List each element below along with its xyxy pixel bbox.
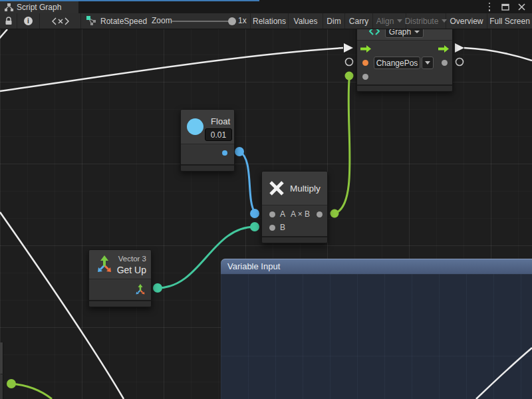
code-view-button[interactable] xyxy=(40,13,81,29)
carry-label: Carry xyxy=(349,17,368,26)
group-title: Variable Input xyxy=(227,261,280,271)
set-variable-footer xyxy=(357,84,452,91)
full-screen-label: Full Screen xyxy=(489,17,530,26)
node-set-variable[interactable]: Graph ChangePos xyxy=(356,21,453,92)
vector3-footer xyxy=(89,300,151,307)
full-screen-button[interactable]: Full Screen xyxy=(487,13,532,29)
lock-button[interactable] xyxy=(0,13,17,29)
multiply-footer xyxy=(262,236,327,243)
multiply-header: Multiply xyxy=(262,172,327,205)
window-menu-button[interactable] xyxy=(484,2,495,11)
dim-label: Dim xyxy=(327,17,340,26)
overview-label: Overview xyxy=(450,17,483,26)
multiply-title: Multiply xyxy=(290,184,321,194)
node-offscreen-left-footer[interactable] xyxy=(0,374,3,399)
port-float-out[interactable] xyxy=(222,150,227,156)
lock-icon xyxy=(5,17,13,25)
graph-breadcrumb[interactable]: RotateSpeed xyxy=(81,13,148,29)
port-variable-name[interactable] xyxy=(362,60,368,66)
node-offscreen-left[interactable] xyxy=(0,342,3,374)
control-out-arrow-icon[interactable] xyxy=(438,45,449,53)
chevron-down-icon xyxy=(425,61,430,65)
values-button[interactable]: Values xyxy=(289,13,323,29)
chevron-down-icon xyxy=(397,19,402,23)
group-header[interactable]: Variable Input xyxy=(221,259,532,274)
chevron-down-icon xyxy=(414,31,420,33)
group-body xyxy=(221,274,532,399)
multiply-a-label: A xyxy=(280,209,285,219)
align-label: Align xyxy=(376,17,394,26)
info-icon: i xyxy=(24,17,33,25)
node-vector3-get-up[interactable]: Vector 3 Get Up xyxy=(88,249,152,307)
distribute-label: Distribute xyxy=(405,17,439,26)
multiply-b-label: B xyxy=(280,223,285,232)
graph-toolbar: i RotateSpeed Zoom 1x Relations xyxy=(0,13,532,29)
port-vector3-out-icon[interactable] xyxy=(135,283,146,295)
zoom-slider-handle[interactable] xyxy=(228,17,236,25)
tab-script-graph[interactable]: Script Graph xyxy=(0,1,78,13)
carry-button[interactable]: Carry xyxy=(345,13,373,29)
zoom-value: 1x xyxy=(238,16,247,25)
port-setvar-output[interactable] xyxy=(442,60,448,66)
values-label: Values xyxy=(294,17,318,26)
port-setvar-value[interactable] xyxy=(362,74,368,80)
float-value: 0.01 xyxy=(211,130,226,140)
control-in-arrow-icon[interactable] xyxy=(360,45,371,53)
float-value-input[interactable]: 0.01 xyxy=(205,128,232,141)
relations-button[interactable]: Relations xyxy=(250,13,289,29)
info-button[interactable]: i xyxy=(17,13,40,29)
float-type-icon xyxy=(187,118,203,135)
node-multiply[interactable]: Multiply A A × B B xyxy=(261,171,328,243)
vector3-header: Vector 3 Get Up xyxy=(89,250,151,279)
variable-name-dropdown[interactable]: ChangePos xyxy=(374,57,420,69)
zoom-slider-track[interactable] xyxy=(172,21,234,22)
maximize-icon xyxy=(501,3,509,11)
code-icon xyxy=(52,17,69,25)
variable-name-caret-button[interactable] xyxy=(422,57,434,69)
script-graph-icon xyxy=(5,3,13,11)
vector3-title: Get Up xyxy=(117,265,146,275)
window-close-button[interactable] xyxy=(516,2,527,11)
tab-bar: Script Graph xyxy=(0,0,532,13)
overview-button[interactable]: Overview xyxy=(446,13,487,29)
distribute-dropdown[interactable]: Distribute xyxy=(406,13,446,29)
port-multiply-result[interactable] xyxy=(317,211,323,217)
group-variable-input[interactable]: Variable Input xyxy=(221,259,532,399)
dim-button[interactable]: Dim xyxy=(323,13,345,29)
relations-label: Relations xyxy=(253,17,286,26)
vector3-type-label: Vector 3 xyxy=(118,255,146,263)
script-graph-window: Variable Input xyxy=(0,0,532,399)
float-title: Float xyxy=(211,116,230,126)
align-dropdown[interactable]: Align xyxy=(373,13,406,29)
graph-breadcrumb-icon xyxy=(86,16,96,26)
multiply-output-label: A × B xyxy=(291,209,310,219)
variable-name-label: ChangePos xyxy=(376,59,418,68)
graph-name: RotateSpeed xyxy=(100,17,147,26)
tab-title: Script Graph xyxy=(17,3,61,12)
vector3-icon xyxy=(96,255,112,273)
zoom-label: Zoom xyxy=(152,16,172,25)
close-icon xyxy=(518,3,525,11)
port-multiply-b[interactable] xyxy=(269,225,275,231)
float-header: Float 0.01 xyxy=(181,110,234,144)
multiply-x-icon xyxy=(268,180,285,197)
port-multiply-a[interactable] xyxy=(269,211,275,217)
float-footer xyxy=(181,164,234,171)
node-float[interactable]: Float 0.01 xyxy=(180,109,235,172)
kebab-menu-icon xyxy=(489,3,491,11)
window-maximize-button[interactable] xyxy=(500,2,511,11)
